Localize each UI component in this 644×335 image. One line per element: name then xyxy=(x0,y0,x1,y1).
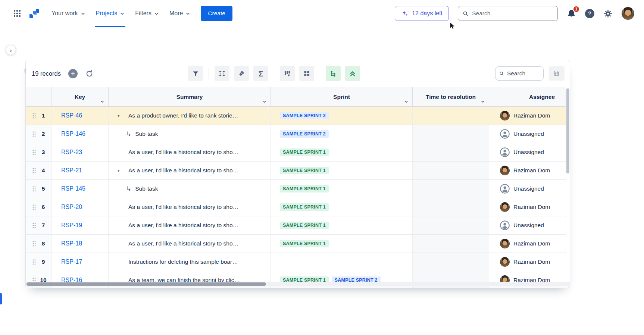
sprint-badge[interactable]: SAMPLE SPRINT 1 xyxy=(280,203,329,211)
assignee-cell[interactable]: Unassigned xyxy=(489,216,566,234)
sprint-cell[interactable]: SAMPLE SPRINT 1 xyxy=(271,162,413,179)
issue-key-link[interactable]: RSP-146 xyxy=(61,131,85,137)
sum-sigma-button[interactable]: Σ xyxy=(253,66,268,81)
filter-button[interactable] xyxy=(188,66,203,81)
sprint-badge[interactable]: SAMPLE SPRINT 1 xyxy=(280,185,329,192)
header-sprint[interactable]: Sprint xyxy=(271,87,413,106)
row-handle-cell[interactable]: 5 xyxy=(26,180,51,198)
summary-cell[interactable]: ▾ ↳ As a user, I'd like a historical sto… xyxy=(109,216,271,234)
table-row[interactable]: 2 RSP-146 ▾ ↳ Sub-task SAMPLE SPRINT 2 U… xyxy=(26,125,570,143)
table-row[interactable]: 6 RSP-20 ▾ ↳ As a user, I'd like a histo… xyxy=(26,198,570,216)
header-key[interactable]: Key xyxy=(51,87,109,106)
sprint-cell[interactable]: SAMPLE SPRINT 2 xyxy=(271,125,413,143)
row-handle-cell[interactable]: 9 xyxy=(26,253,51,271)
sprint-badge[interactable]: SAMPLE SPRINT 1 xyxy=(280,222,329,229)
refresh-icon[interactable] xyxy=(85,69,94,78)
sprint-badge[interactable]: SAMPLE SPRINT 2 xyxy=(280,130,329,138)
app-switcher-icon[interactable] xyxy=(10,6,25,21)
drag-handle-icon[interactable] xyxy=(32,131,36,137)
summary-cell[interactable]: ▾ ↳ As a user, I'd like a historical sto… xyxy=(109,143,271,161)
sprint-cell[interactable]: SAMPLE SPRINT 1 xyxy=(271,143,413,161)
issue-key-link[interactable]: RSP-19 xyxy=(61,222,82,229)
table-row[interactable]: 4 RSP-21 ▾ ↳ As a user, I'd like a histo… xyxy=(26,162,570,180)
sprint-cell[interactable] xyxy=(271,253,413,271)
global-search[interactable] xyxy=(458,6,558,21)
nav-item-filters[interactable]: Filters xyxy=(130,0,164,27)
drag-handle-icon[interactable] xyxy=(32,113,36,119)
sprint-cell[interactable]: SAMPLE SPRINT 1 xyxy=(271,235,413,253)
save-view-button[interactable] xyxy=(549,66,565,81)
sprint-badge[interactable]: SAMPLE SPRINT 2 xyxy=(280,112,329,119)
sprint-cell[interactable]: SAMPLE SPRINT 1 xyxy=(271,180,413,198)
issue-key-link[interactable]: RSP-20 xyxy=(61,204,82,210)
column-settings-button[interactable] xyxy=(280,66,295,81)
sprint-badge[interactable]: SAMPLE SPRINT 1 xyxy=(280,148,329,156)
user-avatar[interactable] xyxy=(622,7,634,20)
row-handle-cell[interactable]: 6 xyxy=(26,198,51,216)
summary-cell[interactable]: ▾ ↳ Instructions for deleting this sampl… xyxy=(109,253,271,271)
collapse-all-button[interactable] xyxy=(345,66,360,81)
header-time-to-resolution[interactable]: Time to resolution xyxy=(413,87,489,106)
row-handle-cell[interactable]: 7 xyxy=(26,216,51,234)
grid-view-button[interactable] xyxy=(299,66,314,81)
chevron-down-icon[interactable] xyxy=(262,99,267,104)
assignee-cell[interactable]: Unassigned xyxy=(489,180,566,198)
sprint-cell[interactable]: SAMPLE SPRINT 1 xyxy=(271,198,413,216)
horizontal-scrollbar-thumb[interactable] xyxy=(26,282,266,286)
create-button[interactable]: Create xyxy=(201,6,232,21)
table-row[interactable]: 5 RSP-145 ▾ ↳ Sub-task SAMPLE SPRINT 1 U… xyxy=(26,180,570,198)
help-button[interactable]: ? xyxy=(585,9,594,18)
table-row[interactable]: 3 RSP-23 ▾ ↳ As a user, I'd like a histo… xyxy=(26,143,570,162)
trial-days-left-button[interactable]: 12 days left xyxy=(395,6,449,21)
assignee-cell[interactable]: Raziman Dom xyxy=(489,162,566,179)
vertical-scrollbar-thumb[interactable] xyxy=(566,88,569,173)
drag-handle-icon[interactable] xyxy=(32,150,36,155)
drag-handle-icon[interactable] xyxy=(32,204,36,210)
summary-cell[interactable]: ▾ ↳ Sub-task xyxy=(109,180,271,198)
summary-cell[interactable]: ▾ ↳ Sub-task xyxy=(109,125,271,143)
expand-toggle-icon[interactable]: ▾ xyxy=(118,168,120,173)
paintbrush-button[interactable] xyxy=(234,66,249,81)
assignee-cell[interactable]: Raziman Dom xyxy=(489,253,566,271)
row-handle-cell[interactable]: 8 xyxy=(26,235,51,253)
table-row[interactable]: 1 RSP-46 ▾ ↳ As a product owner, I'd lik… xyxy=(26,107,570,125)
assignee-cell[interactable]: Unassigned xyxy=(489,143,566,161)
issue-key-link[interactable]: RSP-23 xyxy=(61,149,82,156)
drag-handle-icon[interactable] xyxy=(32,241,36,247)
issue-key-link[interactable]: RSP-145 xyxy=(61,185,85,192)
add-record-button[interactable] xyxy=(68,69,78,78)
nav-item-your-work[interactable]: Your work xyxy=(46,0,91,27)
chevron-down-icon[interactable] xyxy=(100,99,104,104)
conditional-format-button[interactable] xyxy=(215,66,229,81)
chevron-down-icon[interactable] xyxy=(481,99,485,104)
drag-handle-icon[interactable] xyxy=(32,186,36,192)
hierarchy-tree-button[interactable] xyxy=(326,66,341,81)
row-handle-cell[interactable]: 3 xyxy=(26,143,51,161)
row-handle-cell[interactable]: 2 xyxy=(26,125,51,143)
drag-handle-icon[interactable] xyxy=(32,168,36,173)
assignee-cell[interactable]: Raziman Dom xyxy=(489,107,566,125)
issue-key-link[interactable]: RSP-21 xyxy=(61,167,82,174)
summary-cell[interactable]: ▾ ↳ As a user, I'd like a historical sto… xyxy=(109,198,271,216)
issue-key-link[interactable]: RSP-18 xyxy=(61,240,82,247)
summary-cell[interactable]: ▾ ↳ As a user, I'd like a historical sto… xyxy=(109,162,271,179)
sprint-badge[interactable]: SAMPLE SPRINT 1 xyxy=(280,167,329,174)
sprint-badge[interactable]: SAMPLE SPRINT 1 xyxy=(280,240,329,247)
header-assignee[interactable]: Assignee xyxy=(489,87,566,106)
table-row[interactable]: 7 RSP-19 ▾ ↳ As a user, I'd like a histo… xyxy=(26,216,570,235)
row-handle-cell[interactable]: 1 xyxy=(26,107,51,125)
table-row[interactable]: 8 RSP-18 ▾ ↳ As a user, I'd like a histo… xyxy=(26,235,570,253)
issue-key-link[interactable]: RSP-17 xyxy=(61,259,82,265)
header-summary[interactable]: Summary xyxy=(109,87,271,106)
sprint-cell[interactable]: SAMPLE SPRINT 2 xyxy=(271,107,413,125)
nav-item-projects[interactable]: Projects xyxy=(91,0,130,27)
assignee-cell[interactable]: Unassigned xyxy=(489,125,566,143)
chevron-down-icon[interactable] xyxy=(404,99,409,104)
notifications-button[interactable]: 1 xyxy=(567,9,576,18)
drag-handle-icon[interactable] xyxy=(32,223,36,228)
summary-cell[interactable]: ▾ ↳ As a user, I'd like a historical sto… xyxy=(109,235,271,253)
table-search[interactable] xyxy=(495,66,544,81)
expand-sidebar-button[interactable]: › xyxy=(6,45,16,55)
nav-item-more[interactable]: More xyxy=(164,0,196,27)
table-search-input[interactable] xyxy=(507,70,540,77)
